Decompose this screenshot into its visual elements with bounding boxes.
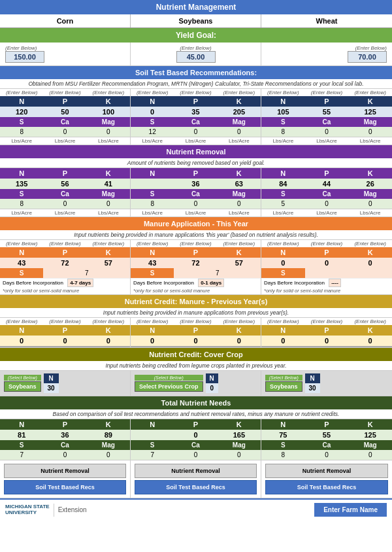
soil-soy-p-val[interactable]: 35 <box>174 107 217 117</box>
soil-wheat-mag-val[interactable]: 0 <box>348 127 392 137</box>
soil-corn-n-val[interactable]: 120 <box>0 107 43 117</box>
prev-wheat-n[interactable]: 0 <box>261 336 305 346</box>
removal-soy-s: 8 <box>131 199 174 209</box>
manure-corn-s[interactable]: 7 <box>43 268 130 278</box>
manure-wheat-s <box>305 268 392 278</box>
cover-wheat-cell: (Select Below) Soybeans N 30 <box>261 371 392 396</box>
prev-soy-n[interactable]: 0 <box>131 336 174 346</box>
nutrient-removal-npk: N P K 135 56 41 S Ca Mag 8 0 0 Lbs/Acre <box>0 168 392 217</box>
cover-crop-subtext: Input nutrients being credited from legu… <box>0 361 392 371</box>
manure-soy-s[interactable]: 7 <box>174 268 261 278</box>
btn-nutrient-removal-corn[interactable]: Nutrient Removal <box>4 464 126 478</box>
btn-nutrient-removal-soy[interactable]: Nutrient Removal <box>135 464 257 478</box>
soil-wheat-ca-val[interactable]: 0 <box>305 127 349 137</box>
soil-corn-k-val[interactable]: 100 <box>87 107 130 117</box>
btn-soil-recs-wheat[interactable]: Soil Test Based Recs <box>265 480 388 494</box>
soil-corn-mag-header: Mag <box>87 117 130 127</box>
total-soy-k: 165 <box>218 430 261 440</box>
soil-wheat-p-val[interactable]: 55 <box>305 107 349 117</box>
total-nutrient-header: Total Nutrient Needs <box>0 396 392 409</box>
btn-nutrient-removal-wheat[interactable]: Nutrient Removal <box>265 464 388 478</box>
yield-wheat-label: (Enter Below) <box>267 45 387 51</box>
extension-text: Extension <box>58 506 87 513</box>
manure-wheat-k[interactable]: 0 <box>348 258 392 268</box>
cover-wheat-n-val[interactable]: 30 <box>305 383 320 393</box>
soil-test-header: Soil Test Based Recommendations: <box>0 66 392 79</box>
cover-wheat-select[interactable]: Soybeans <box>265 381 302 392</box>
yield-soybeans-value[interactable]: 45.00 <box>176 51 216 63</box>
prev-manure-header: Nutrient Credit: Manure - Previous Year(… <box>0 295 392 308</box>
btn-soil-recs-soy[interactable]: Soil Test Based Recs <box>135 480 257 494</box>
cover-soy-cell: (Select Below) Select Previous Crop N 0 <box>131 371 261 396</box>
soil-corn-p-val[interactable]: 50 <box>43 107 86 117</box>
soil-corn-ca-val[interactable]: 0 <box>43 127 86 137</box>
soil-soybeans: (Enter Below) (Enter Below) (Enter Below… <box>131 89 261 145</box>
removal-soy-ca: 0 <box>174 199 217 209</box>
prev-soy-p[interactable]: 0 <box>174 336 217 346</box>
manure-soy-p[interactable]: 72 <box>174 258 217 268</box>
manure-corn-k[interactable]: 57 <box>87 258 130 268</box>
manure-wheat-days[interactable]: ---- <box>329 279 341 287</box>
total-corn-n: 81 <box>0 430 43 440</box>
soil-soy-s-val[interactable]: 12 <box>131 127 174 137</box>
soil-wheat-n-val[interactable]: 105 <box>261 107 305 117</box>
removal-wheat-s: 5 <box>261 199 305 209</box>
enter-farm-name-button[interactable]: Enter Farm Name <box>314 503 387 517</box>
cover-corn-n-val[interactable]: 30 <box>44 383 59 393</box>
prev-wheat-p[interactable]: 0 <box>305 336 349 346</box>
removal-corn-p: 56 <box>43 179 86 189</box>
soil-soy-k-val[interactable]: 205 <box>218 107 261 117</box>
prev-soy-k[interactable]: 0 <box>218 336 261 346</box>
soil-soy-n-val[interactable]: 0 <box>131 107 174 117</box>
total-corn-mag: 0 <box>87 450 130 460</box>
removal-wheat-mag: 0 <box>348 199 392 209</box>
btn-soil-recs-corn[interactable]: Soil Test Based Recs <box>4 480 126 494</box>
soil-wheat-k-val[interactable]: 125 <box>348 107 392 117</box>
yield-corn-value[interactable]: 150.00 <box>5 51 44 63</box>
nutrient-removal-subtext: Amount of nutrients being removed based … <box>0 158 392 168</box>
manure-soy-n[interactable]: 43 <box>131 258 174 268</box>
prev-corn-n[interactable]: 0 <box>0 336 43 346</box>
soil-wheat-s-val[interactable]: 8 <box>261 127 305 137</box>
cover-soy-select[interactable]: Select Previous Crop <box>135 381 203 392</box>
yield-wheat-value[interactable]: 70.00 <box>348 51 387 63</box>
total-wheat: N P K 75 55 125 S Ca Mag 8 0 0 <box>261 419 392 460</box>
soil-corn-p-header: P <box>43 96 86 107</box>
manure-wheat-n[interactable]: 0 <box>261 258 305 268</box>
manure-soy-k[interactable]: 57 <box>218 258 261 268</box>
soil-soy-ca-val[interactable]: 0 <box>174 127 217 137</box>
soil-corn: (Enter Below) (Enter Below) (Enter Below… <box>0 89 131 145</box>
soil-soy-mag-val[interactable]: 0 <box>218 127 261 137</box>
prev-wheat-k[interactable]: 0 <box>348 336 392 346</box>
removal-corn-n: 135 <box>0 179 43 189</box>
prev-corn-p[interactable]: 0 <box>43 336 86 346</box>
yield-corn-label: (Enter Below) <box>5 45 125 51</box>
prev-manure-soybeans: (Enter Below) (Enter Below) (Enter Below… <box>131 318 261 347</box>
prev-corn-k[interactable]: 0 <box>87 336 130 346</box>
soil-corn-s-val[interactable]: 8 <box>0 127 43 137</box>
manure-corn-days[interactable]: 4-7 days <box>67 279 93 287</box>
cover-corn-select[interactable]: Soybeans <box>4 381 41 392</box>
yield-wheat-cell: (Enter Below) 70.00 <box>261 43 392 65</box>
main-title: Nutrient Management <box>156 3 237 12</box>
soil-test-npk: (Enter Below) (Enter Below) (Enter Below… <box>0 89 392 145</box>
cover-crop-header: Nutrient Credit: Cover Crop <box>0 348 392 361</box>
manure-corn-n[interactable]: 43 <box>0 258 43 268</box>
manure-corn-p[interactable]: 72 <box>43 258 86 268</box>
manure-corn: (Enter Below) (Enter Below) (Enter Below… <box>0 240 131 294</box>
bottom-buttons: Nutrient Removal Soil Test Based Recs Nu… <box>0 460 392 498</box>
removal-wheat-ca: 0 <box>305 199 349 209</box>
manure-soy-days[interactable]: 0-1 days <box>198 279 224 287</box>
soil-corn-mag-val[interactable]: 0 <box>87 127 130 137</box>
removal-soy-k: 63 <box>218 179 261 189</box>
prev-manure-npk: (Enter Below) (Enter Below) (Enter Below… <box>0 318 392 348</box>
total-corn: N P K 81 36 89 S Ca Mag 7 0 0 <box>0 419 131 460</box>
removal-wheat-n: 84 <box>261 179 305 189</box>
manure-header: Manure Application - This Year <box>0 217 392 230</box>
cover-soy-n-val[interactable]: 0 <box>206 383 218 393</box>
removal-corn-s: 8 <box>0 199 43 209</box>
manure-wheat-p[interactable]: 0 <box>305 258 349 268</box>
soil-test-subtext: Obtained from MSU Fertilizer Recommendat… <box>0 79 392 89</box>
total-wheat-ca: 0 <box>305 450 349 460</box>
soil-corn-ca-header: Ca <box>43 117 86 127</box>
